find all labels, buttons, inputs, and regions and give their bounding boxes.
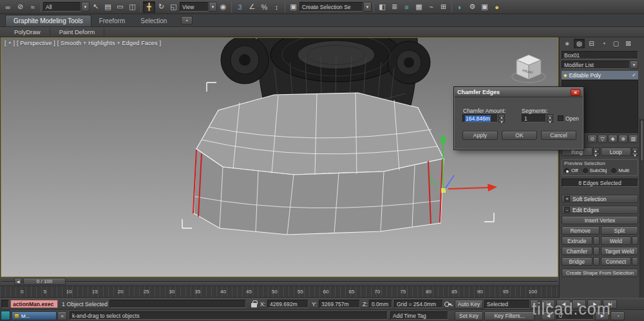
- make-unique-icon[interactable]: ◈: [608, 135, 618, 143]
- add-time-tag-field[interactable]: Add Time Tag: [390, 311, 448, 320]
- taskbar-app-icon[interactable]: [1, 311, 10, 320]
- schematic-view-icon[interactable]: ⊞: [437, 1, 450, 13]
- selection-lock-icon[interactable]: [251, 303, 257, 307]
- align-icon[interactable]: ≣: [388, 1, 401, 13]
- window-close-icon[interactable]: ×: [57, 311, 67, 320]
- unlink-selection-icon[interactable]: ⊘: [14, 1, 26, 13]
- use-center-icon[interactable]: ◉: [217, 1, 229, 13]
- set-key-button[interactable]: Set Key: [455, 311, 483, 320]
- selection-filter-dropdown[interactable]: All ▼: [43, 2, 90, 12]
- edit-edges-rollout[interactable]: - Edit Edges: [562, 206, 638, 214]
- insert-vertex-button[interactable]: Insert Vertex: [562, 216, 638, 224]
- rendered-frame-icon[interactable]: ▣: [478, 1, 491, 13]
- ok-button[interactable]: OK: [502, 131, 537, 140]
- named-selection-set-dropdown[interactable]: Create Selection Se ▼: [299, 2, 372, 12]
- render-setup-icon[interactable]: ⚙: [466, 1, 478, 13]
- motion-tab-icon[interactable]: ◔: [598, 39, 609, 48]
- time-slider-handle[interactable]: 0 / 100: [23, 278, 66, 285]
- target-weld-button[interactable]: Target Weld: [601, 247, 639, 255]
- weld-settings-button[interactable]: [632, 237, 638, 245]
- close-icon[interactable]: ×: [571, 89, 580, 96]
- chevron-down-icon[interactable]: ▼: [363, 2, 372, 12]
- select-by-name-icon[interactable]: ▤: [102, 1, 114, 13]
- time-configuration-icon[interactable]: ◔: [611, 311, 625, 320]
- angle-snap-icon[interactable]: ∠: [246, 1, 258, 13]
- utilities-tab-icon[interactable]: ⊠: [623, 39, 634, 48]
- edit-selection-sets-icon[interactable]: ▣: [287, 1, 299, 13]
- select-and-rotate-icon[interactable]: ↻: [155, 1, 167, 13]
- open-checkbox[interactable]: [558, 115, 564, 121]
- object-name-field[interactable]: Box01: [562, 51, 638, 59]
- spinner-snap-icon[interactable]: ↕: [270, 1, 283, 13]
- connect-button[interactable]: Connect: [601, 257, 632, 266]
- track-bar-ruler[interactable]: 0510152025303540455055606570758085909510…: [0, 286, 559, 298]
- pedestal-mesh[interactable]: [193, 93, 444, 235]
- ribbon-toggle-icon[interactable]: ▦: [413, 1, 425, 13]
- percent-snap-icon[interactable]: %: [258, 1, 270, 13]
- previous-frame-arrow-icon[interactable]: ◀: [14, 278, 22, 285]
- hierarchy-tab-icon[interactable]: ⊟: [586, 39, 597, 48]
- configure-modifier-sets-icon[interactable]: ▥: [629, 135, 638, 143]
- chamfer-amount-spinner[interactable]: [498, 114, 505, 122]
- collapse-icon[interactable]: -: [564, 207, 570, 213]
- modifier-list-dropdown[interactable]: Modifier List ▼: [562, 61, 638, 69]
- apply-button[interactable]: Apply: [462, 131, 498, 140]
- window-crossing-icon[interactable]: ◫: [126, 1, 138, 13]
- tab-paint-deform[interactable]: Paint Deform: [50, 28, 104, 36]
- remove-button[interactable]: Remove: [562, 226, 600, 235]
- maxscript-listener-icon[interactable]: [1, 300, 9, 308]
- show-end-result-icon[interactable]: ▽: [598, 135, 607, 143]
- chevron-down-icon[interactable]: ▼: [630, 61, 638, 69]
- viewcube[interactable]: FRONT: [509, 48, 549, 86]
- panel-scrollbar[interactable]: [639, 119, 644, 298]
- chamfer-button[interactable]: Chamfer: [562, 247, 592, 255]
- expand-icon[interactable]: +: [564, 196, 570, 202]
- z-coordinate-field[interactable]: 0.0mm: [369, 300, 392, 308]
- selection-region-icon[interactable]: ▭: [114, 1, 126, 13]
- chamfer-settings-button[interactable]: [593, 247, 600, 255]
- weld-button[interactable]: Weld: [601, 237, 632, 245]
- select-object-icon[interactable]: ↖: [90, 1, 102, 13]
- bridge-settings-button[interactable]: [593, 257, 600, 266]
- layer-manager-icon[interactable]: ≡: [401, 1, 413, 13]
- select-and-move-icon[interactable]: ╋: [143, 1, 155, 13]
- minimized-window-titlebar[interactable]: M...: [12, 311, 57, 320]
- maxscript-mini-listener[interactable]: actionMan.exec: [10, 300, 58, 308]
- chamfer-amount-field[interactable]: 164.846m: [462, 114, 498, 122]
- viewport-3d-scene[interactable]: [1, 38, 558, 277]
- display-tab-icon[interactable]: ▢: [611, 39, 621, 48]
- chevron-down-icon[interactable]: ▼: [209, 2, 217, 12]
- bind-to-spacewarp-icon[interactable]: ≈: [26, 1, 39, 13]
- create-shape-button[interactable]: Create Shape From Selection: [562, 269, 638, 277]
- connect-settings-button[interactable]: [632, 257, 638, 266]
- preview-multi-radio[interactable]: Multi: [611, 168, 629, 173]
- chevron-down-icon[interactable]: ▼: [81, 2, 90, 12]
- modify-tab-icon[interactable]: ◎: [574, 39, 585, 48]
- loop-spinner[interactable]: [632, 148, 638, 156]
- cancel-button[interactable]: Cancel: [541, 131, 576, 140]
- snap-toggle-icon[interactable]: 3: [234, 1, 246, 13]
- tab-graphite-modeling-tools[interactable]: Graphite Modeling Tools: [5, 15, 91, 26]
- create-tab-icon[interactable]: ∗: [562, 39, 573, 48]
- extrude-settings-button[interactable]: [593, 237, 600, 245]
- tab-freeform[interactable]: Freeform: [91, 15, 133, 26]
- select-and-link-icon[interactable]: ∞: [2, 1, 14, 13]
- remove-modifier-icon[interactable]: ⊗: [618, 135, 628, 143]
- preview-off-radio[interactable]: Off: [564, 168, 578, 173]
- tab-polydraw[interactable]: PolyDraw: [5, 28, 50, 36]
- x-coordinate-field[interactable]: 4289.692m: [267, 300, 308, 308]
- perspective-viewport[interactable]: [ + ] [ Perspective ] [ Smooth + Highlig…: [1, 37, 558, 277]
- modifier-stack-selected-row[interactable]: ◆ Editable Poly ✓: [562, 71, 638, 79]
- y-coordinate-field[interactable]: 3269.757m: [319, 300, 360, 308]
- dialog-title-bar[interactable]: Chamfer Edges ×: [455, 88, 583, 97]
- viewport-label[interactable]: [ + ] [ Perspective ] [ Smooth + Highlig…: [5, 40, 161, 46]
- selection-set-key-dropdown[interactable]: Selected ▼: [484, 300, 538, 309]
- ribbon-minimize-icon[interactable]: ▪: [181, 16, 193, 24]
- pin-stack-icon[interactable]: ⊙: [587, 135, 597, 143]
- curve-editor-icon[interactable]: ~: [425, 1, 437, 13]
- auto-key-button[interactable]: Auto Key: [455, 300, 483, 309]
- loop-button[interactable]: Loop: [601, 148, 632, 156]
- ring-spinner[interactable]: [593, 148, 600, 156]
- tab-selection[interactable]: Selection: [133, 15, 175, 26]
- extrude-button[interactable]: Extrude: [562, 237, 592, 245]
